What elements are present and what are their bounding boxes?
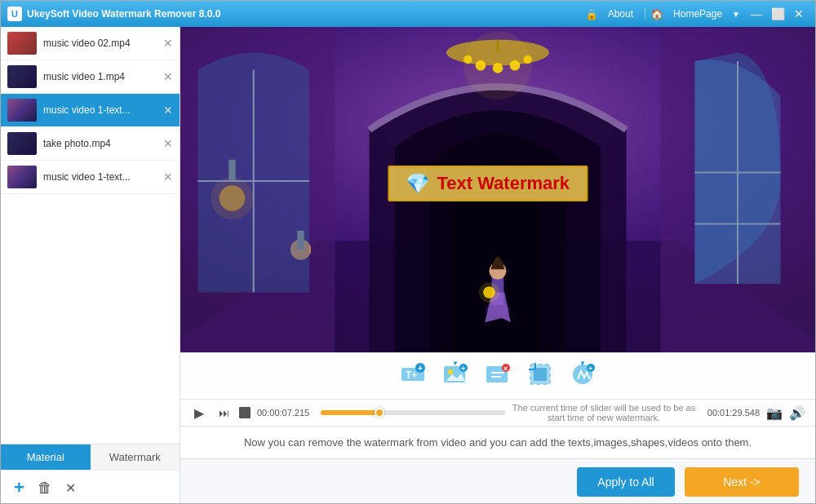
close-button[interactable]: ✕ [789, 6, 809, 22]
progress-bar[interactable] [321, 410, 505, 415]
file-name: take photo.mp4 [43, 138, 157, 149]
crop-button[interactable] [521, 358, 560, 394]
svg-point-21 [463, 31, 532, 99]
add-file-button[interactable]: + [14, 477, 24, 498]
current-time: 00:00:07.215 [257, 408, 314, 418]
add-text-watermark-button[interactable]: T+ + [393, 358, 432, 394]
video-toolbar: T+ + ▼ + [180, 352, 815, 399]
svg-text:+: + [418, 364, 423, 373]
sidebar-toolbar: + 🗑 ✕ [1, 470, 180, 504]
add-image-watermark-button[interactable]: ▼ + [436, 358, 475, 394]
screenshot-button[interactable]: 📷 [766, 405, 783, 421]
info-bar: Now you can remove the watermark from vi… [180, 426, 815, 458]
file-name: music video 1-text... [43, 104, 157, 116]
file-item[interactable]: music video 02.mp4 ✕ [1, 27, 180, 60]
file-thumbnail [7, 166, 37, 188]
file-list: music video 02.mp4 ✕ music video 1.mp4 ✕… [1, 27, 180, 444]
svg-text:+: + [461, 365, 465, 373]
svg-point-26 [479, 282, 499, 303]
effects-button[interactable]: ▼ + [563, 358, 602, 394]
clear-files-button[interactable]: ✕ [65, 480, 76, 496]
video-preview: 💎 Text Watermark [180, 27, 815, 352]
file-thumbnail [7, 32, 37, 55]
file-item-active[interactable]: music video 1-text... ✕ [1, 94, 180, 127]
file-name: music video 1-text... [43, 171, 157, 183]
action-bar: Apply to All Next -> [180, 458, 815, 504]
file-name: music video 02.mp4 [43, 38, 157, 49]
step-forward-button[interactable]: ⏭ [215, 407, 233, 419]
total-time: 00:01:29.548 [703, 408, 760, 418]
nav-links: 🔒 About 🏠 HomePage ▼ [585, 7, 740, 21]
title-bar: U UkeySoft Video Watermark Remover 8.0.0… [1, 1, 815, 27]
file-remove-button[interactable]: ✕ [163, 37, 173, 50]
remove-watermark-button[interactable]: × [478, 358, 517, 394]
file-item[interactable]: music video 1.mp4 ✕ [1, 60, 180, 94]
file-item[interactable]: take photo.mp4 ✕ [1, 127, 180, 161]
app-title: UkeySoft Video Watermark Remover 8.0.0 [27, 8, 585, 20]
home-icon: 🏠 [650, 8, 663, 20]
sidebar: music video 02.mp4 ✕ music video 1.mp4 ✕… [1, 27, 180, 504]
delete-file-button[interactable]: 🗑 [38, 480, 52, 497]
progress-thumb[interactable] [375, 408, 384, 418]
file-remove-button[interactable]: ✕ [163, 70, 173, 83]
app-icon: U [7, 7, 22, 21]
dropdown-indicator-2: ▼ [579, 360, 586, 367]
file-thumbnail [7, 99, 37, 122]
minimize-button[interactable]: — [747, 6, 766, 22]
info-message: Now you can remove the watermark from vi… [244, 436, 752, 449]
lock-icon: 🔒 [585, 8, 598, 20]
file-remove-button[interactable]: ✕ [163, 137, 173, 150]
file-thumbnail [7, 132, 37, 155]
file-remove-button[interactable]: ✕ [163, 104, 173, 117]
watermark-text-label: Text Watermark [437, 173, 570, 194]
watermark-icon: 💎 [406, 172, 430, 195]
window-controls: — ⬜ ✕ [747, 6, 809, 22]
progress-hint: The current time of slider will be used … [512, 403, 696, 422]
svg-text:×: × [503, 365, 508, 373]
file-name: music video 1.mp4 [43, 71, 157, 82]
nav-separator [645, 8, 645, 20]
apply-to-all-button[interactable]: Apply to All [577, 467, 675, 497]
next-button[interactable]: Next -> [685, 467, 799, 497]
main-layout: music video 02.mp4 ✕ music video 1.mp4 ✕… [1, 27, 815, 504]
watermark-overlay[interactable]: 💎 Text Watermark [388, 166, 588, 201]
tab-bar: Material Watermark [1, 444, 180, 470]
file-item[interactable]: music video 1-text... ✕ [1, 161, 180, 194]
about-link[interactable]: About [601, 7, 640, 21]
play-button[interactable]: ▶ [190, 405, 208, 421]
dropdown-icon[interactable]: ▼ [732, 10, 740, 19]
progress-fill [321, 410, 379, 415]
maximize-button[interactable]: ⬜ [768, 6, 787, 22]
volume-button[interactable]: 🔊 [789, 405, 805, 421]
file-thumbnail [7, 65, 37, 88]
watermark-tools: T+ + ▼ + [193, 358, 802, 394]
file-remove-button[interactable]: ✕ [163, 170, 173, 183]
video-controls: ▶ ⏭ 00:00:07.215 The current time of sli… [180, 399, 815, 426]
tab-watermark[interactable]: Watermark [91, 444, 180, 470]
homepage-link[interactable]: HomePage [667, 7, 729, 21]
svg-rect-41 [534, 368, 547, 381]
content-area: 💎 Text Watermark T+ + [180, 27, 815, 504]
svg-text:T+: T+ [406, 369, 417, 381]
dropdown-indicator: ▼ [452, 360, 459, 367]
svg-text:+: + [588, 365, 592, 373]
svg-point-32 [448, 369, 453, 374]
tab-material[interactable]: Material [1, 444, 91, 470]
stop-button[interactable] [239, 407, 251, 418]
